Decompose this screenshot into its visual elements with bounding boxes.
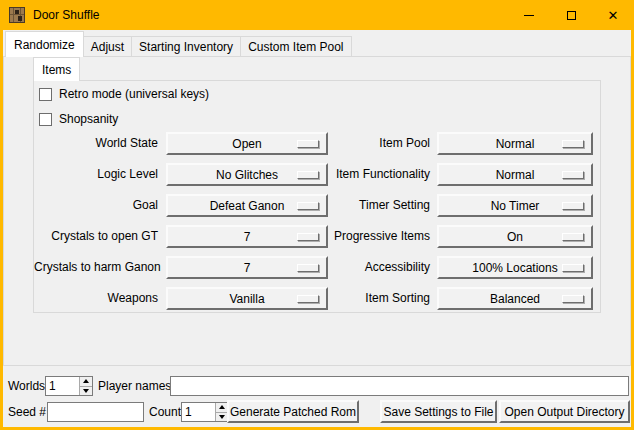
logic-level-label: Logic Level xyxy=(34,163,158,186)
dropdown-indicator-icon xyxy=(562,264,584,272)
retro-mode-label: Retro mode (universal keys) xyxy=(59,87,209,101)
player-names-input[interactable] xyxy=(170,376,629,396)
weapons-label: Weapons xyxy=(34,287,158,310)
seed-input[interactable] xyxy=(47,402,144,422)
logic-level-dropdown[interactable]: No Glitches xyxy=(166,163,328,186)
dropdown-indicator-icon xyxy=(562,140,584,148)
arrow-down-icon xyxy=(83,389,89,393)
window-controls: ✕ xyxy=(508,0,634,30)
worlds-spin-buttons xyxy=(79,377,92,395)
seed-label: Seed # xyxy=(8,402,46,422)
dropdown-value: 100% Locations xyxy=(472,261,557,275)
item-pool-dropdown[interactable]: Normal xyxy=(437,132,593,155)
worlds-value: 1 xyxy=(46,377,79,395)
shopsanity-row: Shopsanity xyxy=(39,112,118,126)
dropdown-indicator-icon xyxy=(297,202,319,210)
dropdown-value: Vanilla xyxy=(229,292,264,306)
tab-adjust[interactable]: Adjust xyxy=(83,36,132,57)
dropdown-indicator-icon xyxy=(562,295,584,303)
count-value: 1 xyxy=(182,403,215,421)
item-functionality-label: Item Functionality xyxy=(324,163,430,186)
dropdown-value: No Glitches xyxy=(216,168,278,182)
player-names-label: Player names xyxy=(98,376,171,396)
window-title: Door Shuffle xyxy=(33,8,100,22)
count-spinbox[interactable]: 1 xyxy=(181,402,229,422)
tab-label: Adjust xyxy=(91,40,124,54)
weapons-dropdown[interactable]: Vanilla xyxy=(166,287,328,310)
world-state-label: World State xyxy=(34,132,158,155)
crystals-gt-label: Crystals to open GT xyxy=(34,225,158,248)
tab-starting-inventory[interactable]: Starting Inventory xyxy=(131,36,241,57)
tab-randomize[interactable]: Randomize xyxy=(5,31,84,57)
app-window: Door Shuffle ✕ Randomize Adjust Starting… xyxy=(0,0,634,430)
dropdown-value: 7 xyxy=(244,230,251,244)
dropdown-value: Normal xyxy=(496,137,535,151)
dropdown-value: Normal xyxy=(496,168,535,182)
close-button[interactable]: ✕ xyxy=(592,0,634,30)
worlds-spin-up-button[interactable] xyxy=(80,377,92,386)
worlds-spinbox[interactable]: 1 xyxy=(45,376,93,396)
client-area: Randomize Adjust Starting Inventory Cust… xyxy=(3,30,631,427)
worlds-label: Worlds xyxy=(8,376,45,396)
tab-items[interactable]: Items xyxy=(33,57,80,81)
main-tab-bar: Randomize Adjust Starting Inventory Cust… xyxy=(5,32,352,57)
world-state-dropdown[interactable]: Open xyxy=(166,132,328,155)
dropdown-indicator-icon xyxy=(562,233,584,241)
open-output-directory-button[interactable]: Open Output Directory xyxy=(499,400,630,423)
title-bar: Door Shuffle ✕ xyxy=(0,0,634,30)
dropdown-value: On xyxy=(507,230,523,244)
accessibility-label: Accessibility xyxy=(324,256,430,279)
retro-mode-checkbox[interactable] xyxy=(39,88,52,101)
minimize-icon xyxy=(524,15,534,16)
accessibility-dropdown[interactable]: 100% Locations xyxy=(437,256,593,279)
shopsanity-label: Shopsanity xyxy=(59,112,118,126)
items-tab-pane: Retro mode (universal keys) Shopsanity W… xyxy=(33,80,601,313)
dropdown-value: 7 xyxy=(244,261,251,275)
crystals-ganon-label: Crystals to harm Ganon xyxy=(34,256,158,279)
timer-setting-dropdown[interactable]: No Timer xyxy=(437,194,593,217)
tab-label: Randomize xyxy=(14,38,75,52)
count-label: Count xyxy=(149,402,181,422)
progressive-items-label: Progressive Items xyxy=(324,225,430,248)
progressive-items-dropdown[interactable]: On xyxy=(437,225,593,248)
goal-dropdown[interactable]: Defeat Ganon xyxy=(166,194,328,217)
arrow-up-icon xyxy=(83,379,89,383)
item-sorting-dropdown[interactable]: Balanced xyxy=(437,287,593,310)
dropdown-indicator-icon xyxy=(297,295,319,303)
retro-mode-row: Retro mode (universal keys) xyxy=(39,87,209,101)
dropdown-value: Defeat Ganon xyxy=(210,199,285,213)
close-icon: ✕ xyxy=(608,9,619,22)
shopsanity-checkbox[interactable] xyxy=(39,113,52,126)
dropdown-indicator-icon xyxy=(297,140,319,148)
dropdown-indicator-icon xyxy=(562,202,584,210)
dropdown-value: Open xyxy=(232,137,261,151)
save-settings-button[interactable]: Save Settings to File xyxy=(380,400,497,423)
timer-setting-label: Timer Setting xyxy=(324,194,430,217)
minimize-button[interactable] xyxy=(508,0,550,30)
crystals-gt-dropdown[interactable]: 7 xyxy=(166,225,328,248)
tab-custom-item-pool[interactable]: Custom Item Pool xyxy=(240,36,351,57)
maximize-icon xyxy=(567,11,576,20)
dropdown-value: No Timer xyxy=(491,199,540,213)
goal-label: Goal xyxy=(34,194,158,217)
generate-patched-rom-button[interactable]: Generate Patched Rom xyxy=(227,400,359,423)
arrow-up-icon xyxy=(219,405,225,409)
tab-label: Custom Item Pool xyxy=(248,40,343,54)
worlds-spin-down-button[interactable] xyxy=(80,386,92,396)
dropdown-indicator-icon xyxy=(297,171,319,179)
item-sorting-label: Item Sorting xyxy=(324,287,430,310)
tab-label: Items xyxy=(42,63,71,77)
arrow-down-icon xyxy=(219,415,225,419)
crystals-ganon-dropdown[interactable]: 7 xyxy=(166,256,328,279)
item-functionality-dropdown[interactable]: Normal xyxy=(437,163,593,186)
item-pool-label: Item Pool xyxy=(324,132,430,155)
tab-label: Starting Inventory xyxy=(139,40,233,54)
dropdown-indicator-icon xyxy=(297,264,319,272)
dropdown-indicator-icon xyxy=(562,171,584,179)
maximize-button[interactable] xyxy=(550,0,592,30)
dropdown-indicator-icon xyxy=(297,233,319,241)
door-icon xyxy=(9,7,25,23)
dropdown-value: Balanced xyxy=(490,292,540,306)
